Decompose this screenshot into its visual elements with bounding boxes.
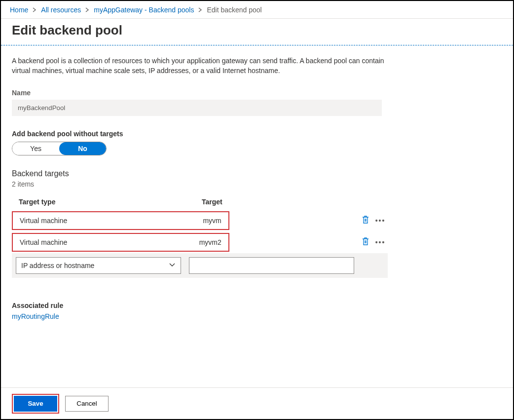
target-highlight-box: Virtual machine myvm2 xyxy=(12,233,229,252)
name-input[interactable] xyxy=(12,100,382,116)
target-type-cell: Virtual machine xyxy=(20,217,203,225)
breadcrumb-gateway-pools[interactable]: myAppGateway - Backend pools xyxy=(94,6,194,14)
backend-targets-heading: Backend targets xyxy=(12,169,502,178)
chevron-right-icon xyxy=(198,6,203,14)
footer-bar: Save Cancel xyxy=(1,387,513,419)
target-type-cell: Virtual machine xyxy=(20,238,199,246)
col-header-type: Target type xyxy=(12,193,185,210)
save-button[interactable]: Save xyxy=(14,396,57,412)
breadcrumb: Home All resources myAppGateway - Backen… xyxy=(1,1,513,19)
description-text: A backend pool is a collection of resour… xyxy=(12,56,387,76)
target-name-cell: myvm2 xyxy=(199,238,221,246)
table-header-row: Target type Target xyxy=(12,193,388,210)
add-target-row: IP address or hostname xyxy=(12,253,388,278)
chevron-right-icon xyxy=(85,6,90,14)
more-icon[interactable]: ••• xyxy=(375,238,386,246)
target-value-input[interactable] xyxy=(189,257,354,274)
col-header-target: Target xyxy=(185,193,229,210)
associated-rule-label: Associated rule xyxy=(12,302,502,309)
table-row: Virtual machine myvm ••• xyxy=(12,210,388,231)
breadcrumb-all-resources[interactable]: All resources xyxy=(41,6,81,14)
breadcrumb-current: Edit backend pool xyxy=(207,6,261,14)
no-targets-label: Add backend pool without targets xyxy=(12,130,502,138)
toggle-yes[interactable]: Yes xyxy=(12,142,59,155)
delete-icon[interactable] xyxy=(362,239,369,247)
save-highlight-box: Save xyxy=(12,394,59,414)
page-title: Edit backend pool xyxy=(1,19,513,45)
cancel-button[interactable]: Cancel xyxy=(65,396,109,412)
chevron-down-icon xyxy=(169,261,176,269)
toggle-no[interactable]: No xyxy=(59,142,106,155)
target-type-dropdown[interactable]: IP address or hostname xyxy=(16,257,181,274)
more-icon[interactable]: ••• xyxy=(375,217,386,225)
dropdown-selected: IP address or hostname xyxy=(21,262,94,269)
items-count: 2 items xyxy=(12,180,502,188)
table-row: Virtual machine myvm2 ••• xyxy=(12,231,388,253)
target-name-cell: myvm xyxy=(203,217,221,225)
chevron-right-icon xyxy=(32,6,37,14)
breadcrumb-home[interactable]: Home xyxy=(10,6,28,14)
name-label: Name xyxy=(12,89,502,97)
associated-rule-link[interactable]: myRoutingRule xyxy=(12,312,502,320)
target-highlight-box: Virtual machine myvm xyxy=(12,211,229,230)
targets-table: Target type Target Virtual machine myvm … xyxy=(12,193,388,278)
delete-icon[interactable] xyxy=(362,218,369,226)
targets-toggle[interactable]: Yes No xyxy=(12,142,107,155)
